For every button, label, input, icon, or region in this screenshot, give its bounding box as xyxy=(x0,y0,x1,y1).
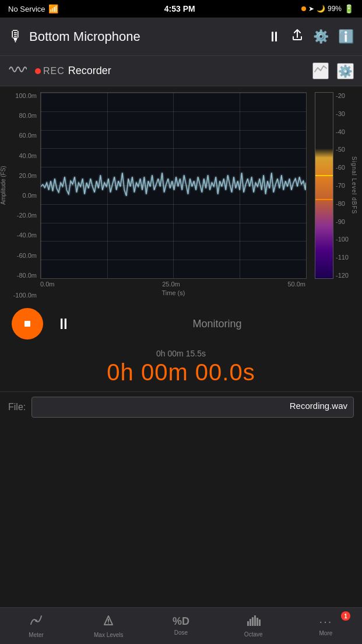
battery-icon: 🔋 xyxy=(344,4,354,13)
tab-meter[interactable]: Meter xyxy=(0,608,72,644)
recorder-title: Recorder xyxy=(68,65,312,77)
amplitude-label: Amplitude (FS) xyxy=(0,92,8,279)
grid-line xyxy=(306,93,307,278)
recorder-settings-button[interactable]: ⚙️ xyxy=(337,63,354,79)
tab-octave[interactable]: Octave xyxy=(217,608,290,644)
settings-button[interactable]: ⚙️ xyxy=(313,29,329,44)
monitoring-label: Monitoring xyxy=(84,318,350,330)
orange-indicator xyxy=(301,6,306,11)
status-bar: No Service 📶 4:53 PM ➤ 🌙 99% 🔋 xyxy=(0,0,362,18)
svg-point-3 xyxy=(108,622,109,624)
chart-area: 0.0m 25.0m 50.0m Time (s) xyxy=(40,92,307,299)
waveform-icon xyxy=(8,63,27,79)
timer-area: 0h 00m 15.5s 0h 00m 00.0s xyxy=(0,349,362,391)
pause-button[interactable]: ⏸ xyxy=(268,29,282,45)
timer-large: 0h 00m 00.0s xyxy=(0,359,362,386)
wifi-icon: 📶 xyxy=(48,4,58,13)
svg-rect-6 xyxy=(252,617,254,626)
chart-toggle-button[interactable] xyxy=(312,62,329,79)
chart-outer: Amplitude (FS) 100.0m 80.0m 60.0m 40.0m … xyxy=(0,92,357,299)
share-button[interactable] xyxy=(291,29,304,45)
recorder-bar: REC Recorder ⚙️ xyxy=(0,56,362,86)
right-col: -20 -30 -40 -50 -60 -70 -80 -90 -100 -11… xyxy=(310,92,357,299)
svg-rect-9 xyxy=(259,620,261,626)
file-name-display[interactable]: Recording.wav xyxy=(31,397,354,418)
svg-rect-7 xyxy=(254,615,256,626)
waveform-canvas[interactable] xyxy=(40,92,307,279)
tab-more[interactable]: ··· 1 More xyxy=(290,608,362,644)
svg-rect-4 xyxy=(247,621,249,626)
timer-small: 0h 00m 15.5s xyxy=(0,349,362,358)
moon-icon: 🌙 xyxy=(317,5,325,13)
level-meter-wrapper: -20 -30 -40 -50 -60 -70 -80 -90 -100 -11… xyxy=(315,92,357,299)
status-time: 4:53 PM xyxy=(164,4,195,13)
tab-bar: Meter Max Levels %D Dose xyxy=(0,607,362,644)
more-icon: ··· xyxy=(319,615,333,628)
file-area: File: Recording.wav xyxy=(0,391,362,422)
meter-yellow-line xyxy=(315,175,333,176)
rec-label: REC xyxy=(43,66,65,76)
header-title: Bottom Microphone xyxy=(29,29,268,44)
tab-dose[interactable]: %D Dose xyxy=(145,608,217,644)
dose-icon: %D xyxy=(173,615,189,628)
left-col: Amplitude (FS) 100.0m 80.0m 60.0m 40.0m … xyxy=(0,92,40,299)
tab-octave-label: Octave xyxy=(244,631,263,638)
file-label: File: xyxy=(8,402,26,412)
rec-indicator xyxy=(35,68,41,74)
header-controls: ⏸ ⚙️ ℹ️ xyxy=(268,29,354,45)
tab-more-label: More xyxy=(319,630,333,636)
tab-meter-label: Meter xyxy=(29,632,44,638)
waveform-svg xyxy=(41,93,306,278)
octave-icon xyxy=(247,613,261,629)
svg-rect-8 xyxy=(256,618,258,626)
level-meter-labels: -20 -30 -40 -50 -60 -70 -80 -90 -100 -11… xyxy=(333,92,349,279)
tab-max-levels[interactable]: Max Levels xyxy=(72,608,145,644)
status-left: No Service 📶 xyxy=(8,4,58,13)
level-meter-bar xyxy=(315,92,333,279)
pause-play-button[interactable]: ⏸ xyxy=(52,315,75,333)
svg-rect-0 xyxy=(24,321,30,327)
record-button[interactable] xyxy=(12,308,43,340)
microphone-icon: 🎙 xyxy=(8,27,23,46)
meter-icon xyxy=(29,612,43,630)
y-axis: 100.0m 80.0m 60.0m 40.0m 20.0m 0.0m -20.… xyxy=(8,92,40,299)
tab-max-levels-label: Max Levels xyxy=(94,632,124,638)
meter-gradient xyxy=(315,93,333,278)
svg-point-1 xyxy=(35,620,37,622)
controls-area: ⏸ Monitoring xyxy=(0,299,362,349)
main-chart-area: Amplitude (FS) 100.0m 80.0m 60.0m 40.0m … xyxy=(0,86,362,299)
status-right: ➤ 🌙 99% 🔋 xyxy=(301,4,354,13)
info-button[interactable]: ℹ️ xyxy=(338,29,354,44)
x-axis-label: Time (s) xyxy=(40,289,307,299)
max-levels-icon xyxy=(101,612,115,630)
x-axis: 0.0m 25.0m 50.0m xyxy=(40,279,307,289)
meter-orange-line xyxy=(315,199,333,200)
battery-percent: 99% xyxy=(328,5,342,13)
recorder-right-controls: ⚙️ xyxy=(312,62,354,79)
carrier-label: No Service xyxy=(8,5,45,13)
app-header: 🎙 Bottom Microphone ⏸ ⚙️ ℹ️ xyxy=(0,18,362,56)
location-icon: ➤ xyxy=(308,5,314,13)
more-badge: 1 xyxy=(341,611,350,621)
tab-dose-label: Dose xyxy=(174,629,188,636)
svg-rect-5 xyxy=(249,619,251,626)
signal-level-label: Signal Level dBFS xyxy=(349,92,357,279)
